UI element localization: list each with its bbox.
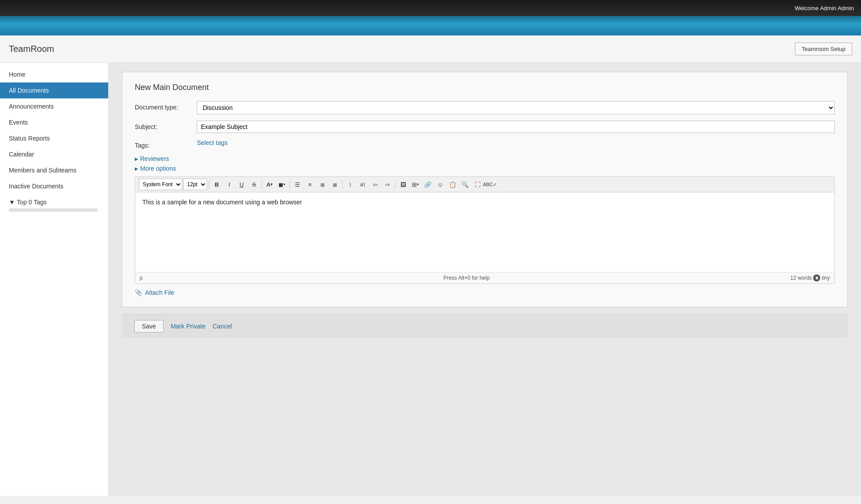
form-title: New Main Document: [135, 83, 835, 92]
highlight-button[interactable]: ◼▾: [276, 179, 288, 190]
subject-control: [197, 121, 835, 133]
document-type-row: Document type: Discussion Announcement E…: [135, 101, 835, 114]
tinymce-label: tiny: [822, 275, 830, 281]
tinymce-branding: 12 words 🖥 tiny: [791, 274, 830, 281]
tags-label: Top 0 Tags: [17, 199, 47, 206]
subject-label: Subject:: [135, 121, 197, 130]
sidebar-item-inactive-documents[interactable]: Inactive Documents: [0, 178, 108, 194]
editor-body[interactable]: This is a sample for a new document usin…: [135, 192, 834, 272]
attach-icon: 📎: [135, 289, 142, 296]
editor-toolbar: System Font 12pt 10pt 14pt B I U S A▾ ◼▾: [135, 177, 834, 192]
more-options-expand-link[interactable]: More options: [135, 165, 835, 172]
rich-text-editor: System Font 12pt 10pt 14pt B I U S A▾ ◼▾: [135, 176, 835, 284]
tags-collapse-icon: ▼: [9, 199, 15, 206]
subject-input[interactable]: [197, 121, 835, 133]
app-title: TeamRoom: [9, 44, 54, 54]
indent-button[interactable]: ⇨: [382, 179, 393, 190]
attach-file-link[interactable]: Attach File: [145, 289, 174, 296]
document-type-select[interactable]: Discussion Announcement Event Status Rep…: [197, 101, 835, 114]
underline-button[interactable]: U: [236, 179, 247, 190]
fullscreen-button[interactable]: ⛶: [472, 179, 483, 190]
app-header: TeamRoom Teamroom Setup: [0, 35, 861, 63]
sidebar-item-all-documents[interactable]: All Documents: [0, 82, 108, 98]
reviewers-label: Reviewers: [140, 155, 169, 162]
more-options-section: More options: [135, 165, 835, 172]
toolbar-sep-5: [395, 180, 395, 189]
select-tags-link[interactable]: Select tags: [197, 139, 227, 146]
sidebar: Home All Documents Announcements Events …: [0, 63, 109, 496]
sidebar-tags: ▼ Top 0 Tags: [0, 194, 108, 216]
content-area: New Main Document Document type: Discuss…: [109, 63, 861, 496]
sidebar-item-calendar[interactable]: Calendar: [0, 146, 108, 162]
action-bar: Save Mark Private Cancel: [122, 314, 848, 338]
document-type-control: Discussion Announcement Event Status Rep…: [197, 101, 835, 114]
font-color-button[interactable]: A▾: [264, 179, 275, 190]
form-card: New Main Document Document type: Discuss…: [122, 72, 848, 307]
toolbar-sep-4: [342, 180, 343, 189]
more-options-expand-arrow: [135, 165, 138, 172]
tinymce-icon: 🖥: [813, 274, 820, 281]
sidebar-item-home[interactable]: Home: [0, 66, 108, 82]
attach-section: 📎 Attach File: [135, 289, 835, 296]
document-type-label: Document type:: [135, 101, 197, 111]
more-options-label: More options: [140, 165, 176, 172]
italic-button[interactable]: I: [223, 179, 235, 190]
outdent-button[interactable]: ⇦: [369, 179, 381, 190]
reviewers-expand-link[interactable]: Reviewers: [135, 155, 835, 162]
reviewers-section: Reviewers: [135, 155, 835, 162]
find-button[interactable]: 🔍: [459, 179, 471, 190]
align-right-button[interactable]: ≣: [317, 179, 328, 190]
sidebar-tags-bar: [9, 208, 98, 212]
tags-control: Select tags: [197, 139, 835, 146]
mark-private-link[interactable]: Mark Private: [171, 323, 206, 330]
sidebar-tags-header[interactable]: ▼ Top 0 Tags: [9, 199, 99, 206]
font-size-select[interactable]: 12pt 10pt 14pt: [183, 179, 207, 190]
align-justify-button[interactable]: ≣: [329, 179, 340, 190]
strikethrough-button[interactable]: S: [248, 179, 260, 190]
toolbar-sep-1: [209, 180, 209, 189]
tags-row: Tags: Select tags: [135, 139, 835, 149]
paste-button[interactable]: 📋: [447, 179, 458, 190]
save-button[interactable]: Save: [134, 320, 164, 332]
editor-footer: p Press Alt+0 for help 12 words 🖥 tiny: [135, 272, 834, 283]
teamroom-setup-button[interactable]: Teamroom Setup: [795, 43, 852, 55]
insert-image-button[interactable]: 🖼: [397, 179, 409, 190]
subject-row: Subject:: [135, 121, 835, 133]
emoji-button[interactable]: ☺: [434, 179, 446, 190]
bullet-list-button[interactable]: ⁞: [344, 179, 356, 190]
top-bar: Welcome Admin Admin: [0, 0, 861, 16]
cancel-link[interactable]: Cancel: [213, 323, 232, 330]
editor-help-text: Press Alt+0 for help: [443, 275, 489, 281]
align-left-button[interactable]: ☰: [292, 179, 303, 190]
reviewers-expand-arrow: [135, 156, 138, 162]
spellcheck-button[interactable]: ABC✓: [484, 179, 496, 190]
editor-tag: p: [140, 275, 143, 281]
sidebar-item-status-reports[interactable]: Status Reports: [0, 130, 108, 146]
blue-bar: [0, 16, 861, 35]
page-footer: (c) Copyright HCL Technologies 2012, 201…: [0, 496, 861, 504]
align-center-button[interactable]: ≡: [304, 179, 316, 190]
sidebar-item-members-subteams[interactable]: Members and Subteams: [0, 162, 108, 178]
toolbar-sep-3: [290, 180, 290, 189]
sidebar-item-announcements[interactable]: Announcements: [0, 98, 108, 114]
welcome-text: Welcome Admin Admin: [795, 5, 854, 12]
bold-button[interactable]: B: [211, 179, 223, 190]
insert-link-button[interactable]: 🔗: [422, 179, 434, 190]
tags-label: Tags:: [135, 139, 197, 149]
sidebar-item-events[interactable]: Events: [0, 114, 108, 130]
font-family-select[interactable]: System Font: [139, 179, 182, 190]
insert-table-button[interactable]: ⊞▾: [410, 179, 421, 190]
toolbar-sep-2: [262, 180, 262, 189]
main-layout: Home All Documents Announcements Events …: [0, 63, 861, 496]
word-count: 12 words: [791, 275, 812, 281]
numbered-list-button[interactable]: #⁞: [357, 179, 368, 190]
editor-content: This is a sample for a new document usin…: [142, 199, 302, 206]
